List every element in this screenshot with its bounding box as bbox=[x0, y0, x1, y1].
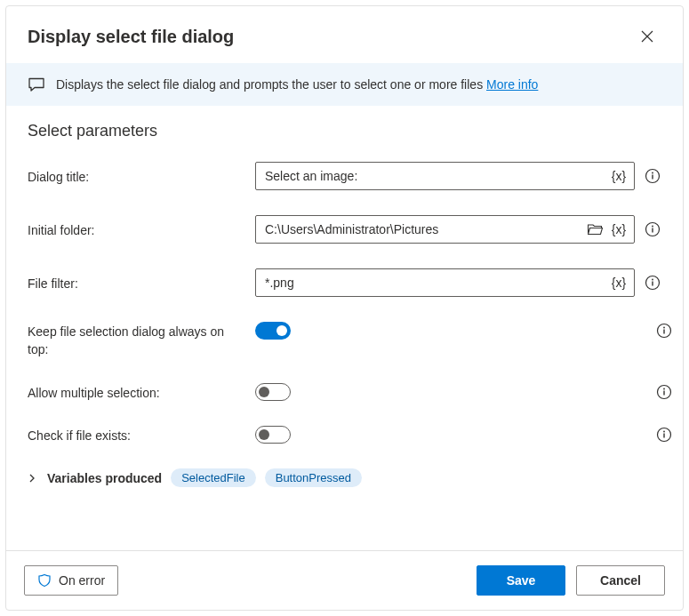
info-icon[interactable] bbox=[655, 322, 673, 340]
info-icon[interactable] bbox=[644, 167, 661, 185]
label-initial-folder: Initial folder: bbox=[28, 221, 255, 237]
row-allow-multiple: Allow multiple selection: bbox=[28, 383, 661, 401]
check-exists-toggle[interactable] bbox=[255, 426, 291, 444]
info-icon[interactable] bbox=[644, 220, 661, 238]
svg-point-16 bbox=[663, 431, 665, 433]
info-icon[interactable] bbox=[655, 383, 673, 401]
chevron-right-icon bbox=[28, 474, 38, 483]
variable-token-icon[interactable]: {x} bbox=[609, 273, 629, 292]
folder-browse-icon[interactable] bbox=[586, 220, 605, 239]
row-always-on-top: Keep file selection dialog always on top… bbox=[28, 322, 661, 358]
row-check-exists: Check if file exists: bbox=[28, 426, 661, 444]
svg-point-1 bbox=[652, 172, 653, 174]
file-filter-input[interactable] bbox=[263, 275, 609, 291]
svg-point-4 bbox=[652, 226, 653, 228]
close-button[interactable] bbox=[633, 22, 661, 51]
label-file-filter: File filter: bbox=[28, 275, 255, 291]
variables-produced-label: Variables produced bbox=[47, 471, 162, 485]
label-dialog-title: Dialog title: bbox=[28, 168, 255, 184]
content-area: Select parameters Dialog title: {x} Init… bbox=[6, 106, 683, 550]
section-title: Select parameters bbox=[28, 122, 661, 140]
label-check-exists: Check if file exists: bbox=[28, 427, 255, 443]
svg-rect-8 bbox=[652, 282, 653, 286]
dialog-title: Display select file dialog bbox=[28, 27, 234, 47]
svg-point-13 bbox=[663, 388, 665, 390]
svg-rect-5 bbox=[652, 228, 653, 233]
svg-point-10 bbox=[663, 327, 665, 329]
comment-icon bbox=[28, 76, 45, 93]
svg-rect-2 bbox=[652, 175, 653, 180]
toggle-thumb bbox=[259, 429, 269, 440]
dialog-title-input[interactable] bbox=[263, 168, 609, 184]
cancel-button[interactable]: Cancel bbox=[576, 565, 665, 596]
toggle-thumb bbox=[276, 325, 287, 336]
on-error-button[interactable]: On error bbox=[24, 565, 118, 596]
label-allow-multiple: Allow multiple selection: bbox=[28, 384, 255, 400]
svg-rect-14 bbox=[663, 391, 664, 396]
banner-text: Displays the select file dialog and prom… bbox=[56, 77, 538, 92]
row-dialog-title: Dialog title: {x} bbox=[28, 162, 661, 190]
info-icon[interactable] bbox=[644, 274, 661, 292]
row-initial-folder: Initial folder: {x} bbox=[28, 215, 661, 244]
close-icon bbox=[641, 30, 653, 43]
input-wrap-initial-folder: {x} bbox=[255, 215, 635, 244]
svg-rect-11 bbox=[663, 330, 664, 334]
toggle-thumb bbox=[259, 387, 269, 397]
dialog-header: Display select file dialog bbox=[6, 6, 683, 63]
variable-token-icon[interactable]: {x} bbox=[609, 220, 629, 239]
svg-rect-17 bbox=[663, 434, 664, 438]
save-button[interactable]: Save bbox=[477, 565, 565, 596]
info-icon[interactable] bbox=[655, 426, 673, 444]
svg-point-7 bbox=[652, 279, 653, 281]
always-on-top-toggle[interactable] bbox=[255, 322, 291, 340]
label-always-on-top: Keep file selection dialog always on top… bbox=[28, 322, 255, 358]
input-wrap-file-filter: {x} bbox=[255, 268, 635, 297]
more-info-link[interactable]: More info bbox=[486, 77, 538, 92]
variable-chip[interactable]: SelectedFile bbox=[171, 468, 256, 487]
allow-multiple-toggle[interactable] bbox=[255, 383, 291, 401]
input-wrap-dialog-title: {x} bbox=[255, 162, 635, 190]
shield-icon bbox=[37, 573, 52, 588]
on-error-label: On error bbox=[59, 573, 105, 588]
variable-token-icon[interactable]: {x} bbox=[609, 166, 629, 186]
dialog-footer: On error Save Cancel bbox=[6, 550, 683, 610]
variable-chip[interactable]: ButtonPressed bbox=[265, 468, 362, 487]
row-file-filter: File filter: {x} bbox=[28, 268, 661, 297]
initial-folder-input[interactable] bbox=[263, 221, 586, 237]
variables-produced-row[interactable]: Variables produced SelectedFile ButtonPr… bbox=[28, 468, 661, 487]
dialog: Display select file dialog Displays the … bbox=[5, 5, 684, 611]
info-banner: Displays the select file dialog and prom… bbox=[6, 63, 683, 106]
